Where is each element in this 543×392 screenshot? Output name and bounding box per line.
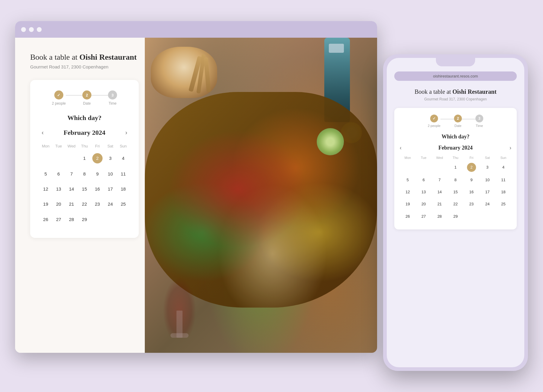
list-item[interactable]: 12 xyxy=(400,186,416,198)
table-row: 19 20 21 22 23 24 25 xyxy=(39,196,130,211)
list-item[interactable] xyxy=(39,150,52,166)
list-item[interactable]: 29 xyxy=(78,211,91,227)
mobile-weekday-fri: Fri xyxy=(463,155,479,161)
phone-url-bar[interactable]: oishirestaurant.resos.com xyxy=(394,71,517,81)
list-item[interactable]: 25 xyxy=(495,198,511,210)
list-item[interactable]: 6 xyxy=(52,166,65,181)
list-item[interactable]: 12 xyxy=(39,181,52,196)
desktop-step-1-label: 2 people xyxy=(52,101,66,106)
list-item[interactable]: 16 xyxy=(91,181,104,196)
list-item[interactable]: 17 xyxy=(104,181,117,196)
list-item[interactable] xyxy=(463,210,479,223)
list-item[interactable]: 14 xyxy=(432,186,448,198)
mobile-weekday-wed: Wed xyxy=(432,155,448,161)
list-item[interactable]: 9 xyxy=(463,174,479,186)
list-item[interactable]: 3 xyxy=(479,161,495,174)
list-item[interactable]: 24 xyxy=(479,198,495,210)
list-item[interactable]: 15 xyxy=(78,181,91,196)
list-item[interactable]: 25 xyxy=(117,196,130,211)
list-item[interactable]: 17 xyxy=(479,186,495,198)
list-item[interactable]: 13 xyxy=(52,181,65,196)
list-item[interactable]: 22 xyxy=(78,196,91,211)
desktop-weekday-sun: Sun xyxy=(117,142,130,150)
list-item[interactable]: 8 xyxy=(78,166,91,181)
mobile-weekday-tue: Tue xyxy=(416,155,432,161)
list-item[interactable]: 9 xyxy=(91,166,104,181)
list-item[interactable]: 7 xyxy=(65,166,78,181)
list-item[interactable]: 7 xyxy=(432,174,448,186)
list-item[interactable] xyxy=(416,161,432,174)
list-item[interactable]: 23 xyxy=(91,196,104,211)
list-item[interactable]: 24 xyxy=(104,196,117,211)
list-item[interactable] xyxy=(432,161,448,174)
list-item[interactable]: 10 xyxy=(479,174,495,186)
list-item[interactable]: 27 xyxy=(416,210,432,223)
mobile-step-line-2 xyxy=(462,119,475,119)
list-item[interactable]: 14 xyxy=(65,181,78,196)
list-item[interactable]: 27 xyxy=(52,211,65,227)
list-item[interactable]: 19 xyxy=(39,196,52,211)
desktop-cal-next[interactable]: › xyxy=(123,128,130,137)
list-item[interactable]: 4 xyxy=(495,161,511,174)
mobile-step-2-label: Date xyxy=(454,124,461,128)
list-item[interactable]: 1 xyxy=(448,161,464,174)
desktop-weekday-sat: Sat xyxy=(104,142,117,150)
desktop-step-3: 3 Time xyxy=(108,90,117,106)
list-item[interactable]: 21 xyxy=(432,198,448,210)
list-item[interactable]: 5 xyxy=(39,166,52,181)
mobile-cal-prev[interactable]: ‹ xyxy=(400,145,402,151)
list-item[interactable]: 2 xyxy=(463,161,479,174)
desktop-restaurant-title: Book a table at Oishi Restaurant xyxy=(30,53,139,62)
mobile-weekday-mon: Mon xyxy=(400,155,416,161)
list-item[interactable]: 13 xyxy=(416,186,432,198)
list-item[interactable]: 11 xyxy=(495,174,511,186)
desktop-cal-prev[interactable]: ‹ xyxy=(39,128,46,137)
mobile-phone: oishirestaurant.resos.com Book a table a… xyxy=(383,54,528,371)
desktop-step-line-1 xyxy=(66,95,82,96)
list-item[interactable]: 2 xyxy=(91,150,104,166)
desktop-steps: ✓ 2 people 2 Date 3 Time xyxy=(39,90,130,106)
list-item[interactable] xyxy=(117,211,130,227)
phone-notch xyxy=(436,58,475,66)
desktop-restaurant-address: Gourmet Road 317, 2300 Copenhagen xyxy=(30,64,139,69)
list-item[interactable]: 4 xyxy=(117,150,130,166)
list-item[interactable] xyxy=(65,150,78,166)
list-item[interactable]: 19 xyxy=(400,198,416,210)
list-item[interactable] xyxy=(479,210,495,223)
mobile-booking-card: ✓ 2 people 2 Date 3 Time xyxy=(394,108,517,229)
mobile-weekday-sat: Sat xyxy=(479,155,495,161)
list-item[interactable]: 26 xyxy=(39,211,52,227)
list-item[interactable]: 23 xyxy=(463,198,479,210)
list-item[interactable]: 6 xyxy=(416,174,432,186)
list-item[interactable]: 15 xyxy=(448,186,464,198)
list-item[interactable]: 20 xyxy=(416,198,432,210)
list-item[interactable] xyxy=(91,211,104,227)
list-item[interactable]: 10 xyxy=(104,166,117,181)
desktop-which-day: Which day? xyxy=(39,114,130,122)
list-item[interactable]: 16 xyxy=(463,186,479,198)
table-row: 5 6 7 8 9 10 11 xyxy=(400,174,511,186)
desktop-weekday-fri: Fri xyxy=(91,142,104,150)
list-item[interactable]: 28 xyxy=(65,211,78,227)
list-item[interactable]: 3 xyxy=(104,150,117,166)
list-item[interactable]: 18 xyxy=(117,181,130,196)
list-item[interactable]: 21 xyxy=(65,196,78,211)
list-item[interactable] xyxy=(52,150,65,166)
list-item[interactable]: 11 xyxy=(117,166,130,181)
list-item[interactable]: 1 xyxy=(78,150,91,166)
table-row: 1 2 3 4 xyxy=(400,161,511,174)
list-item[interactable] xyxy=(495,210,511,223)
list-item[interactable]: 26 xyxy=(400,210,416,223)
list-item[interactable]: 28 xyxy=(432,210,448,223)
list-item[interactable]: 22 xyxy=(448,198,464,210)
mobile-cal-weekdays: Mon Tue Wed Thu Fri Sat Sun xyxy=(400,155,511,161)
list-item[interactable]: 18 xyxy=(495,186,511,198)
list-item[interactable]: 5 xyxy=(400,174,416,186)
list-item[interactable]: 29 xyxy=(448,210,464,223)
list-item[interactable] xyxy=(104,211,117,227)
mobile-weekday-thu: Thu xyxy=(448,155,464,161)
list-item[interactable] xyxy=(400,161,416,174)
list-item[interactable]: 20 xyxy=(52,196,65,211)
list-item[interactable]: 8 xyxy=(448,174,464,186)
mobile-cal-next[interactable]: › xyxy=(510,145,511,151)
